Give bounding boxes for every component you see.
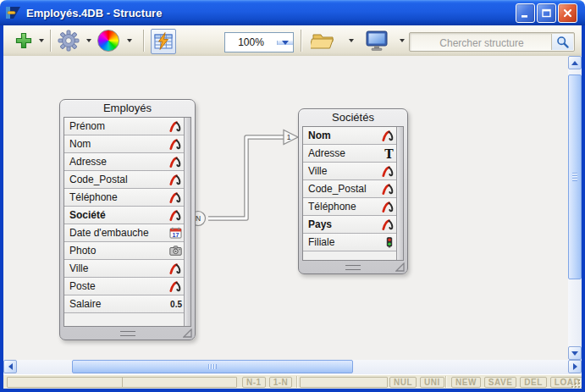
table-societes[interactable]: Sociétés NomAdresseTVilleCode_PostalTélé… [298, 108, 408, 274]
color-wheel-icon [97, 30, 119, 52]
field-label: Code_Postal [303, 183, 379, 195]
relation-one-arrow[interactable] [284, 130, 298, 145]
field-row-2[interactable]: Adresse [64, 153, 184, 171]
window-title: Employés.4DB - Structure [26, 7, 162, 19]
record-button-group: NEWSAVEDELLOAD [451, 377, 584, 388]
status-bar: N-11-N NULUNI NEWSAVEDELLOAD [3, 374, 582, 389]
maximize-button[interactable] [537, 3, 556, 23]
open-dropdown-caret[interactable] [349, 39, 354, 42]
horizontal-scrollbar-thumb[interactable] [72, 360, 353, 373]
constraint-button-group: NULUNI [389, 377, 444, 388]
quick-action-button[interactable] [151, 29, 176, 54]
field-row-0[interactable]: Prénom [64, 118, 184, 135]
field-label: Nom [64, 138, 167, 150]
table-scrollbar[interactable] [396, 127, 403, 260]
zoom-dropdown-button[interactable] [277, 41, 293, 45]
gear-icon [58, 30, 80, 52]
toolbar-separator [301, 30, 302, 52]
application-window: Employés.4DB - Structure [0, 0, 585, 392]
field-row-3[interactable]: Code_Postal [303, 180, 396, 198]
field-row-5[interactable]: Société [64, 207, 184, 224]
statusbar-separator [445, 376, 447, 388]
minimize-button[interactable] [516, 3, 535, 23]
field-row-6[interactable]: Date d'embauche17 [64, 224, 184, 242]
open-button[interactable] [307, 30, 339, 52]
chevron-up-icon [571, 61, 578, 65]
table-title[interactable]: Sociétés [299, 109, 407, 126]
statusbar-button-new[interactable]: NEW [451, 377, 481, 388]
close-button[interactable] [558, 3, 577, 23]
vertical-scrollbar[interactable] [568, 56, 582, 360]
alpha-field-type-icon [167, 139, 182, 150]
lightning-table-icon [153, 32, 174, 51]
zoom-combo[interactable]: 100% [224, 32, 294, 52]
display-button[interactable] [362, 29, 391, 52]
field-row-8[interactable]: Ville [64, 260, 184, 278]
field-row-0[interactable]: Nom [303, 127, 396, 145]
table-resize-handle[interactable] [183, 329, 192, 338]
statusbar-button-nul[interactable]: NUL [389, 377, 417, 388]
field-label: Poste [64, 280, 167, 292]
field-row-6[interactable]: Filiale [303, 234, 396, 251]
table-employes[interactable]: Employés PrénomNomAdresseCode_PostalTélé… [59, 99, 196, 340]
toolbar: 100% [3, 25, 582, 57]
scroll-left-button[interactable] [3, 360, 17, 373]
monitor-icon [365, 30, 389, 52]
colors-dropdown-caret[interactable] [127, 39, 132, 42]
statusbar-button-n-1[interactable]: N-1 [242, 377, 266, 388]
statusbar-button-save[interactable]: SAVE [484, 377, 517, 388]
display-dropdown-caret[interactable] [400, 39, 405, 42]
field-label: Téléphone [64, 191, 167, 203]
field-row-7[interactable]: Photo [64, 242, 184, 260]
status-field-left [7, 377, 237, 388]
field-label: Société [64, 209, 167, 221]
alpha-field-type-icon [379, 219, 395, 230]
statusbar-separator [296, 376, 298, 388]
field-row-5[interactable]: Pays [303, 216, 396, 234]
field-row-10[interactable]: Salaire0.5 [64, 295, 184, 313]
search-input[interactable] [410, 33, 554, 52]
field-label: Pays [303, 218, 379, 230]
svg-text:17: 17 [173, 232, 179, 238]
field-row-4[interactable]: Téléphone [303, 198, 396, 216]
statusbar-button-del[interactable]: DEL [520, 377, 547, 388]
field-row-9[interactable]: Poste [64, 278, 184, 295]
search-button[interactable] [551, 34, 573, 50]
title-bar[interactable]: Employés.4DB - Structure [0, 0, 585, 25]
statusbar-button-uni[interactable]: UNI [420, 377, 444, 388]
field-row-1[interactable]: AdresseT [303, 145, 396, 163]
field-row-2[interactable]: Ville [303, 163, 396, 180]
field-row-1[interactable]: Nom [64, 135, 184, 153]
field-row-4[interactable]: Téléphone [64, 189, 184, 207]
field-label: Téléphone [303, 201, 379, 213]
table-title[interactable]: Employés [60, 100, 195, 117]
field-label: Nom [303, 130, 379, 141]
add-table-button[interactable] [13, 30, 35, 52]
table-grip[interactable] [120, 331, 135, 336]
scroll-up-button[interactable] [568, 56, 582, 69]
window-border-left [0, 25, 3, 392]
picture-field-type-icon [167, 246, 182, 256]
date-field-type-icon: 17 [167, 227, 182, 239]
colors-button[interactable] [97, 30, 120, 52]
magnifier-icon [556, 36, 570, 49]
plus-icon [14, 31, 33, 50]
resize-grip-icon[interactable] [570, 378, 581, 389]
table-resize-handle[interactable] [395, 262, 405, 272]
scroll-right-button[interactable] [568, 360, 582, 373]
real-field-type-icon: 0.5 [167, 300, 182, 309]
scroll-down-button[interactable] [568, 346, 582, 360]
close-icon [562, 8, 573, 19]
table-scrollbar[interactable] [184, 118, 190, 326]
settings-dropdown-caret[interactable] [86, 39, 91, 42]
structure-canvas[interactable]: N 1 Employés PrénomNomAdresseCode_Postal… [3, 56, 568, 360]
vertical-scrollbar-thumb[interactable] [568, 75, 582, 279]
add-dropdown-caret[interactable] [39, 39, 44, 42]
field-row-3[interactable]: Code_Postal [64, 171, 184, 189]
settings-button[interactable] [56, 28, 81, 53]
chevron-down-icon [282, 41, 289, 45]
statusbar-button-1-n[interactable]: 1-N [269, 377, 293, 388]
table-grip[interactable] [345, 265, 361, 270]
horizontal-scrollbar[interactable] [3, 360, 582, 374]
field-label: Ville [303, 165, 379, 177]
